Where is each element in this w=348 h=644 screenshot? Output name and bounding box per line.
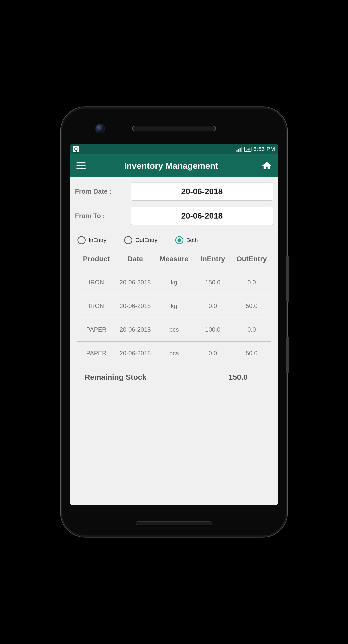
cell-measure: pcs: [155, 326, 194, 333]
screen: Q 59 6:56 PM Inventory Management From D…: [70, 144, 278, 505]
summary-row: Remaining Stock 150.0: [77, 365, 271, 384]
col-date: Date: [116, 255, 155, 263]
page-title: Inventory Management: [83, 161, 259, 171]
cell-out: 0.0: [232, 279, 271, 286]
radio-label: Both: [186, 237, 198, 243]
cell-product: IRON: [77, 279, 116, 286]
table-row: PAPER 20-06-2018 pcs 0.0 50.0: [77, 342, 271, 365]
home-icon[interactable]: [259, 158, 274, 173]
content-area: From Date : 20-06-2018 From To : 20-06-2…: [70, 177, 278, 505]
col-measure: Measure: [155, 255, 194, 263]
cell-measure: kg: [155, 302, 194, 310]
cell-out: 50.0: [232, 302, 271, 310]
remaining-stock-value: 150.0: [213, 373, 263, 381]
cell-date: 20-06-2018: [116, 350, 155, 357]
signal-icon: [236, 147, 242, 152]
radio-in-entry[interactable]: InEntry: [77, 236, 106, 244]
radio-circle-icon: [124, 236, 132, 244]
table-row: PAPER 20-06-2018 pcs 100.0 0.0: [77, 318, 271, 342]
cell-product: PAPER: [77, 350, 116, 357]
cell-date: 20-06-2018: [116, 326, 155, 333]
earpiece-speaker: [132, 126, 216, 131]
remaining-stock-label: Remaining Stock: [85, 373, 213, 381]
from-date-row: From Date : 20-06-2018: [75, 182, 273, 201]
radio-both[interactable]: Both: [175, 236, 198, 244]
phone-frame: Q 59 6:56 PM Inventory Management From D…: [62, 109, 286, 535]
to-date-row: From To : 20-06-2018: [75, 207, 273, 225]
col-in-entry: InEntry: [193, 255, 232, 263]
cell-date: 20-06-2018: [116, 302, 155, 310]
cell-in: 0.0: [193, 302, 232, 310]
col-product: Product: [77, 255, 116, 263]
front-camera: [95, 124, 105, 133]
side-button: [286, 337, 289, 373]
cell-measure: kg: [155, 279, 194, 286]
table-row: IRON 20-06-2018 kg 150.0 0.0: [77, 271, 271, 294]
inventory-table: Product Date Measure InEntry OutEntry IR…: [75, 252, 273, 384]
battery-icon: 59: [244, 147, 251, 152]
radio-circle-selected-icon: [175, 236, 183, 244]
filter-radio-group: InEntry OutEntry Both: [75, 231, 273, 252]
to-date-input[interactable]: 20-06-2018: [131, 207, 273, 225]
cell-out: 0.0: [232, 326, 271, 333]
from-date-input[interactable]: 20-06-2018: [131, 182, 273, 201]
cell-product: PAPER: [77, 326, 116, 333]
status-time: 6:56 PM: [254, 146, 275, 152]
cell-in: 100.0: [193, 326, 232, 333]
radio-circle-icon: [77, 236, 86, 244]
radio-label: InEntry: [89, 237, 106, 243]
side-button: [286, 256, 289, 302]
app-notification-icon: Q: [73, 146, 79, 152]
cell-in: 0.0: [193, 350, 232, 357]
table-row: IRON 20-06-2018 kg 0.0 50.0: [77, 294, 271, 318]
cell-in: 150.0: [193, 279, 232, 286]
bottom-speaker: [136, 521, 212, 525]
cell-out: 50.0: [232, 350, 271, 357]
radio-out-entry[interactable]: OutEntry: [124, 236, 157, 244]
to-date-label: From To :: [75, 212, 126, 220]
from-date-label: From Date :: [75, 188, 126, 195]
status-bar: Q 59 6:56 PM: [70, 144, 278, 154]
cell-product: IRON: [77, 302, 116, 310]
radio-label: OutEntry: [135, 237, 157, 243]
table-header-row: Product Date Measure InEntry OutEntry: [77, 252, 271, 271]
cell-date: 20-06-2018: [116, 279, 155, 286]
cell-measure: pcs: [155, 350, 194, 357]
col-out-entry: OutEntry: [232, 255, 271, 263]
app-bar: Inventory Management: [70, 154, 278, 177]
